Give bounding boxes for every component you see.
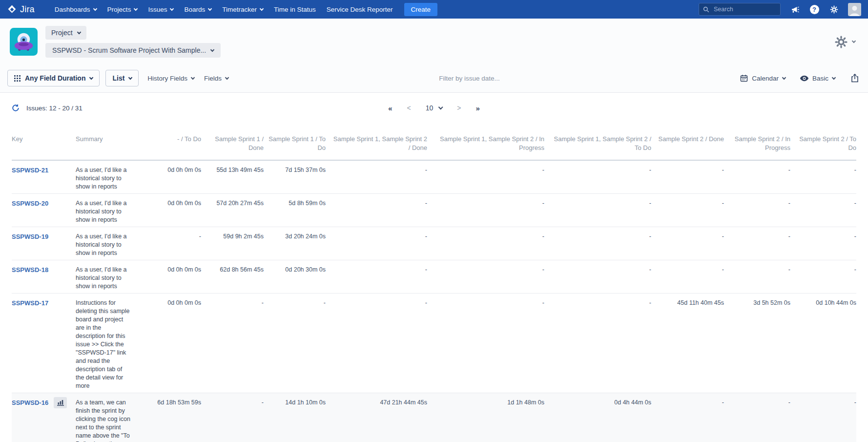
duration-cell: - — [790, 227, 856, 260]
issue-key-link[interactable]: SSPWSD-18 — [12, 266, 48, 274]
column-header[interactable]: Sample Sprint 2 / In Progress — [724, 123, 790, 160]
duration-cell: - — [651, 260, 724, 294]
chevron-down-icon — [438, 105, 443, 110]
issue-key-link[interactable]: SSPWSD-16 — [12, 399, 48, 407]
column-header[interactable]: Sample Sprint 1, Sample Sprint 2 / In Pr… — [427, 123, 544, 160]
announcements-icon[interactable] — [789, 4, 800, 15]
issue-key-link[interactable]: SSPWSD-20 — [12, 199, 48, 208]
chevron-down-icon — [225, 75, 229, 79]
toolbar: Any Field Duration List History Fields F… — [0, 64, 868, 93]
view-type-dropdown[interactable]: List — [105, 70, 139, 86]
last-page-button[interactable]: » — [475, 105, 479, 112]
nav-item-projects[interactable]: Projects — [102, 0, 143, 19]
duration-cell: - — [544, 160, 651, 194]
nav-item-timetracker[interactable]: Timetracker — [217, 0, 269, 19]
page-size-select[interactable]: 10 — [426, 104, 443, 112]
duration-cell: 7d 15h 37m 0s — [264, 160, 326, 194]
scope-selector[interactable]: Project — [45, 26, 86, 40]
table-row: SSPWSD-16As a team, we can finish the sp… — [12, 393, 856, 442]
scope-label: Project — [51, 29, 73, 37]
column-header[interactable]: Key — [12, 123, 76, 160]
issues-table: KeySummary- / To DoSample Sprint 1 / Don… — [12, 123, 856, 442]
duration-cell: 59d 9h 2m 45s — [201, 227, 264, 260]
issue-key-link[interactable]: SSPWSD-17 — [12, 299, 48, 307]
table-row: SSPWSD-21As a user, I'd like a historica… — [12, 160, 856, 194]
fields-dropdown[interactable]: Fields — [199, 71, 233, 86]
table-body: SSPWSD-21As a user, I'd like a historica… — [12, 160, 856, 442]
jira-brand-text: Jira — [20, 4, 35, 15]
issue-key-link[interactable]: SSPWSD-19 — [12, 232, 48, 241]
table-header-row: KeySummary- / To DoSample Sprint 1 / Don… — [12, 123, 856, 160]
chevron-down-icon — [170, 6, 174, 10]
column-header[interactable]: Sample Sprint 1 / Done — [201, 123, 264, 160]
search-icon — [703, 6, 709, 13]
duration-cell: - — [326, 194, 427, 227]
column-header[interactable]: - / To Do — [144, 123, 201, 160]
refresh-icon[interactable] — [12, 104, 20, 112]
duration-cell: - — [326, 160, 427, 194]
issues-count: Issues: 12 - 20 / 31 — [26, 105, 83, 112]
nav-item-boards[interactable]: Boards — [179, 0, 217, 19]
pagination: « < 10 > » — [388, 104, 480, 112]
first-page-button[interactable]: « — [388, 105, 392, 112]
display-mode-dropdown[interactable]: Basic — [800, 75, 835, 82]
eye-icon — [800, 75, 808, 82]
duration-cell: - — [201, 294, 264, 393]
page-size-value: 10 — [426, 104, 434, 112]
prev-page-button[interactable]: < — [407, 105, 411, 111]
user-avatar[interactable] — [848, 3, 861, 16]
column-header[interactable]: Summary — [76, 123, 144, 160]
duration-cell: 0d 4h 44m 0s — [544, 393, 651, 442]
search-box[interactable] — [699, 3, 781, 16]
search-input[interactable] — [713, 5, 766, 13]
chevron-down-icon — [89, 75, 93, 79]
calendar-label: Calendar — [752, 75, 779, 82]
duration-cell: - — [544, 227, 651, 260]
chevron-down-icon — [134, 6, 138, 10]
nav-item-issues[interactable]: Issues — [143, 0, 179, 19]
issue-summary: As a user, I'd like a historical story t… — [76, 227, 144, 260]
issue-date-filter-input[interactable] — [438, 74, 536, 83]
nav-item-label: Dashboards — [55, 6, 90, 13]
issue-summary: As a user, I'd like a historical story t… — [76, 260, 144, 294]
jira-logo[interactable]: Jira — [7, 4, 35, 15]
nav-item-service-desk-reporter[interactable]: Service Desk Reporter — [321, 0, 398, 19]
settings-gear-icon[interactable] — [828, 4, 839, 15]
duration-cell: - — [544, 260, 651, 294]
column-header[interactable]: Sample Sprint 1, Sample Sprint 2 / To Do — [544, 123, 651, 160]
duration-cell: - — [790, 393, 856, 442]
bar-chart-icon[interactable] — [54, 397, 67, 408]
column-header[interactable]: Sample Sprint 2 / Done — [651, 123, 724, 160]
report-settings-button[interactable] — [834, 35, 855, 49]
chevron-down-icon — [77, 30, 81, 34]
nav-item-dashboards[interactable]: Dashboards — [49, 0, 102, 19]
gear-icon — [834, 35, 848, 49]
next-page-button[interactable]: > — [457, 105, 461, 111]
table-row: SSPWSD-20As a user, I'd like a historica… — [12, 194, 856, 227]
chevron-down-icon — [260, 6, 264, 10]
nav-item-label: Time in Status — [274, 6, 316, 13]
column-header[interactable]: Sample Sprint 1, Sample Sprint 2 / Done — [326, 123, 427, 160]
duration-cell: 0d 20h 30m 0s — [264, 260, 326, 294]
fields-label: Fields — [204, 75, 222, 82]
history-fields-dropdown[interactable]: History Fields — [143, 71, 199, 86]
issue-key-link[interactable]: SSPWSD-21 — [12, 166, 48, 174]
create-button[interactable]: Create — [404, 3, 438, 16]
nav-item-label: Timetracker — [222, 6, 257, 13]
duration-cell: - — [790, 194, 856, 227]
column-header[interactable]: Sample Sprint 2 / To Do — [790, 123, 856, 160]
duration-cell: 3d 5h 52m 0s — [724, 294, 790, 393]
chevron-down-icon — [852, 39, 856, 43]
issue-summary: As a user, I'd like a historical story t… — [76, 160, 144, 194]
calendar-dropdown[interactable]: Calendar — [740, 74, 785, 82]
duration-cell: 1d 1h 48m 0s — [427, 393, 544, 442]
help-icon[interactable]: ? — [809, 4, 820, 15]
duration-cell: 3d 20h 24m 0s — [264, 227, 326, 260]
table-row: SSPWSD-18As a user, I'd like a historica… — [12, 260, 856, 294]
field-duration-dropdown[interactable]: Any Field Duration — [7, 70, 100, 86]
column-header[interactable]: Sample Sprint 1 / To Do — [264, 123, 326, 160]
project-select[interactable]: SSPWSD - Scrum Software Project With Sam… — [45, 43, 221, 58]
duration-cell: - — [724, 194, 790, 227]
export-button[interactable] — [850, 73, 860, 84]
nav-item-time-in-status[interactable]: Time in Status — [269, 0, 321, 19]
